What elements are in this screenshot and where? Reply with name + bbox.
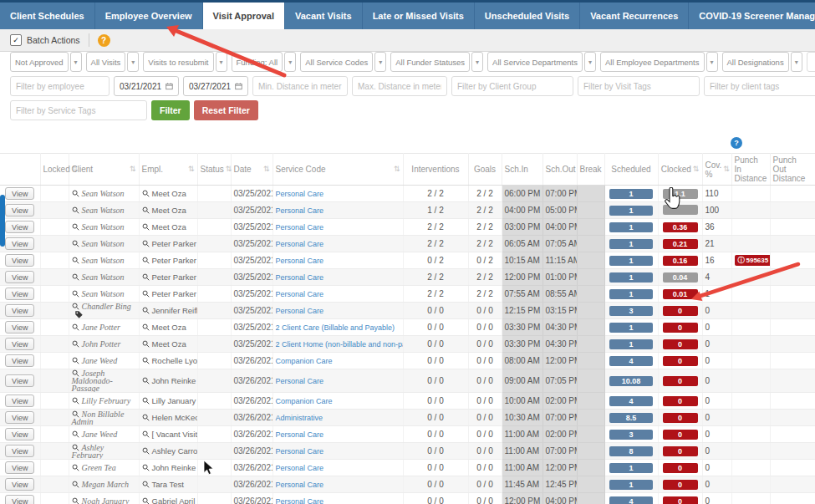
view-button[interactable]: View — [5, 338, 34, 350]
employee-name[interactable]: Meet Oza — [152, 222, 186, 232]
service-code-link[interactable]: Companion Care — [276, 397, 333, 405]
client-name[interactable]: Sean Watson — [82, 206, 125, 215]
employee-cell[interactable]: Ashley Carroll — [139, 443, 197, 460]
employee-name[interactable]: Meet Oza — [152, 339, 186, 349]
employee-name[interactable]: Peter Parker — [152, 272, 196, 282]
view-button[interactable]: View — [5, 321, 34, 333]
tab-visit-approval[interactable]: Visit Approval — [203, 3, 285, 29]
tab-late-or-missed-visits[interactable]: Late or Missed Visits — [363, 3, 475, 29]
dropdown-label-button[interactable]: Not Approved — [10, 52, 69, 72]
employee-cell[interactable]: Lilly January — [139, 393, 197, 410]
client-name[interactable]: Sean Watson — [82, 222, 125, 232]
employee-name[interactable]: Gabriel April — [152, 496, 196, 504]
clocked-badge[interactable]: 0.04 — [663, 272, 698, 283]
col-header-status[interactable]: Status⇅ — [197, 154, 231, 186]
view-button[interactable]: View — [5, 237, 34, 250]
col-header-client[interactable]: Client⇅ — [69, 154, 139, 186]
service-code-link[interactable]: Personal Care — [276, 223, 324, 232]
client-name[interactable]: Jane Weed — [82, 430, 118, 439]
clocked-badge[interactable]: 0.21 — [663, 239, 698, 249]
clocked-badge[interactable]: 0 — [663, 323, 698, 333]
tab-vacant-visits[interactable]: Vacant Visits — [285, 3, 363, 29]
employee-name[interactable]: Rochelle Lyons — [152, 356, 198, 365]
service-code-link[interactable]: Personal Care — [276, 481, 324, 489]
service-tags-filter-input[interactable] — [10, 100, 147, 120]
scheduled-badge[interactable]: 1 — [609, 480, 653, 490]
tab-client-schedules[interactable]: Client Schedules — [0, 3, 95, 29]
scheduled-badge[interactable]: 8 — [609, 446, 653, 456]
scheduled-badge[interactable]: 8.5 — [609, 413, 653, 423]
employee-cell[interactable]: Peter Parker — [139, 286, 197, 303]
scheduled-badge[interactable]: 4 — [609, 496, 653, 504]
view-button[interactable]: View — [5, 254, 34, 267]
view-button[interactable]: View — [5, 445, 34, 457]
batch-actions-checkbox[interactable] — [10, 34, 22, 46]
employee-name[interactable]: John Reinke — [152, 376, 196, 385]
employee-name[interactable]: Helen McKeon — [152, 413, 198, 422]
chevron-down-icon[interactable]: ▾ — [471, 52, 483, 72]
scheduled-badge[interactable]: 1 — [609, 222, 653, 232]
chevron-down-icon[interactable]: ▾ — [584, 52, 596, 72]
client-name[interactable]: Green Tea — [82, 463, 116, 472]
dropdown-label-button[interactable]: All Service Departments — [487, 52, 583, 72]
service-code-link[interactable]: Personal Care — [276, 257, 324, 265]
dropdown-label-button[interactable]: All Employee Departments — [600, 52, 704, 72]
view-button[interactable]: View — [5, 288, 34, 300]
employee-name[interactable]: Peter Parker — [152, 256, 196, 265]
employee-cell[interactable]: [ Vacant Visit ] — [139, 426, 197, 443]
employee-name[interactable]: Tara Test — [152, 480, 184, 489]
client-cell[interactable]: Joseph Maldonado-Passage — [69, 369, 139, 393]
client-filter-input[interactable] — [807, 52, 815, 72]
client-cell[interactable]: Non Billable Admin — [69, 410, 139, 426]
employee-name[interactable]: Meet Oza — [152, 206, 186, 215]
clocked-badge[interactable]: 0 — [663, 446, 698, 456]
clocked-badge[interactable]: 0 — [663, 430, 698, 440]
tab-vacant-recurrences[interactable]: Vacant Recurrences — [580, 3, 689, 29]
view-button[interactable]: View — [5, 461, 34, 474]
view-button[interactable]: View — [5, 478, 34, 491]
clocked-badge[interactable]: 0.16 — [663, 256, 698, 266]
client-name[interactable]: Megan March — [82, 480, 130, 489]
clocked-badge[interactable]: 0 — [663, 376, 698, 386]
col-header-clocked[interactable]: Clocked⇅ — [658, 154, 702, 186]
service-code-link[interactable]: Personal Care — [276, 273, 324, 282]
client-name[interactable]: John Potter — [82, 339, 121, 349]
client-cell[interactable]: Jane Weed — [69, 426, 139, 443]
clocked-badge[interactable] — [663, 205, 698, 215]
clocked-badge[interactable]: 0.01 — [663, 289, 698, 299]
chevron-down-icon[interactable]: ▾ — [216, 52, 227, 72]
batch-actions-checkbox-label[interactable]: Batch Actions — [10, 34, 80, 46]
help-icon[interactable]: ? — [98, 34, 110, 47]
service-code-link[interactable]: 2 Client Care (Billable and Payable) — [276, 323, 395, 332]
scheduled-badge[interactable]: 1 — [609, 272, 653, 283]
clocked-badge[interactable]: 0 — [663, 413, 698, 423]
employee-cell[interactable]: Jennifer Reifke — [139, 303, 197, 319]
punch-in-distance-badge[interactable]: ⓘ595635 — [735, 255, 771, 266]
service-code-link[interactable]: Personal Care — [276, 377, 324, 385]
view-button[interactable]: View — [5, 395, 34, 407]
col-header-empl[interactable]: Empl.⇅ — [139, 154, 197, 186]
service-code-link[interactable]: Personal Care — [276, 290, 324, 298]
chevron-down-icon[interactable]: ▾ — [70, 52, 82, 72]
scheduled-badge[interactable]: 1 — [609, 323, 653, 333]
clocked-badge[interactable]: 0.36 — [663, 222, 698, 232]
employee-filter-input[interactable] — [10, 76, 110, 96]
service-code-link[interactable]: Personal Care — [276, 447, 324, 456]
client-cell[interactable]: Sean Watson — [69, 236, 139, 252]
filter-button[interactable]: Filter — [151, 100, 190, 120]
client-cell[interactable]: Sean Watson — [69, 269, 139, 286]
max-distance-input[interactable] — [352, 76, 447, 96]
employee-name[interactable]: Jennifer Reifke — [152, 306, 198, 315]
client-name[interactable]: Sean Watson — [82, 289, 125, 298]
scheduled-badge[interactable]: 1 — [609, 206, 653, 216]
employee-name[interactable]: Ashley Carroll — [152, 446, 198, 456]
service-code-link[interactable]: Administrative — [276, 414, 323, 422]
clocked-badge[interactable]: 0 — [663, 496, 698, 504]
view-button[interactable]: View — [5, 374, 34, 387]
employee-cell[interactable]: Meet Oza — [139, 219, 197, 236]
employee-cell[interactable]: Peter Parker — [139, 236, 197, 252]
client-cell[interactable]: Sean Watson — [69, 286, 139, 303]
employee-cell[interactable]: Meet Oza — [139, 319, 197, 336]
service-code-link[interactable]: Personal Care — [276, 206, 324, 215]
visit-tags-filter-input[interactable] — [578, 76, 700, 96]
